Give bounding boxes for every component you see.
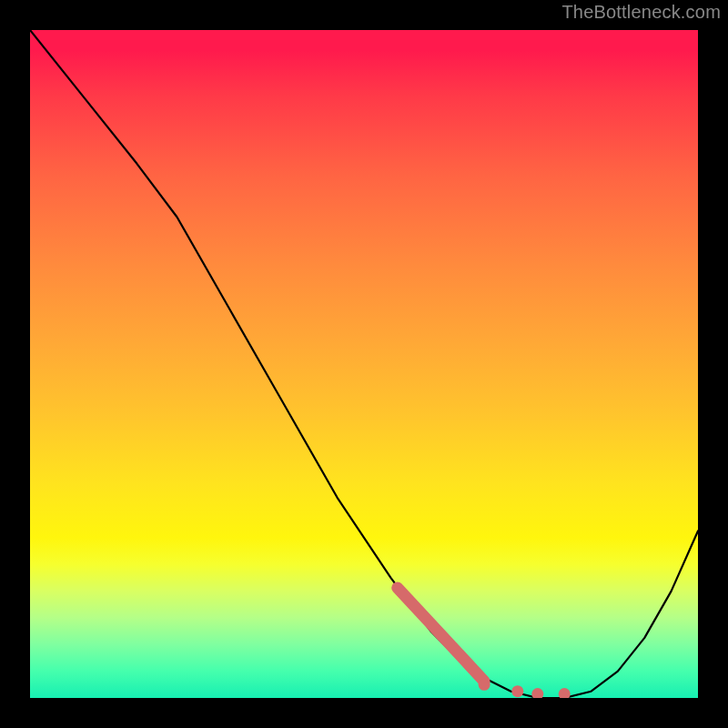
chart-stage: TheBottleneck.com	[0, 0, 728, 728]
highlight-dot	[531, 688, 543, 698]
highlight-dot	[559, 688, 571, 698]
highlight-thick-segment	[398, 588, 484, 682]
watermark-text: TheBottleneck.com	[561, 2, 721, 23]
highlight-dot	[511, 685, 523, 697]
bottleneck-curve-path	[30, 30, 698, 698]
chart-overlay-svg	[30, 30, 698, 698]
plot-area	[30, 30, 698, 698]
highlight-dot	[479, 679, 490, 691]
